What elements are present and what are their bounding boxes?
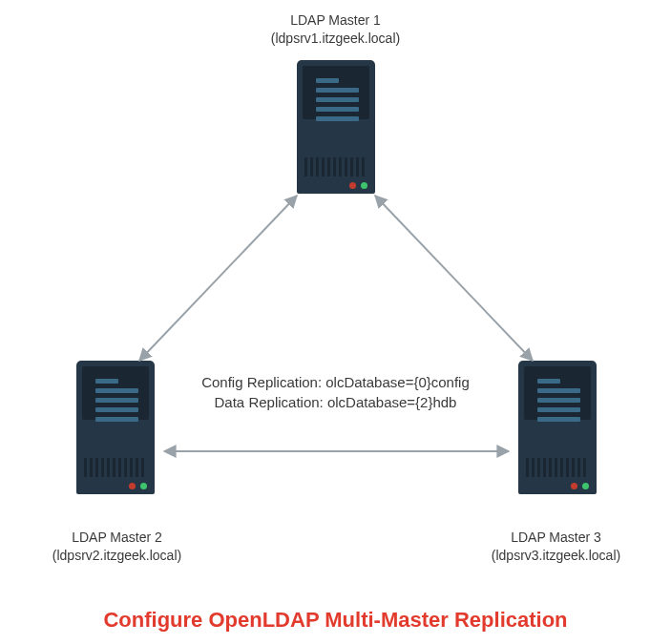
diagram-caption: Configure OpenLDAP Multi-Master Replicat… [0, 608, 671, 633]
svg-line-1 [375, 196, 533, 361]
master2-title: LDAP Master 2 [38, 529, 196, 547]
master2-label: LDAP Master 2 (ldpsrv2.itzgeek.local) [38, 529, 196, 565]
master1-label: LDAP Master 1 (ldpsrv1.itzgeek.local) [0, 11, 671, 48]
master2-host: (ldpsrv2.itzgeek.local) [38, 547, 196, 565]
server-master1 [297, 60, 375, 194]
master1-host: (ldpsrv1.itzgeek.local) [0, 30, 671, 48]
data-replication-line: Data Replication: olcDatabase={2}hdb [0, 392, 671, 412]
config-replication-line: Config Replication: olcDatabase={0}confi… [0, 372, 671, 392]
svg-line-0 [139, 196, 297, 361]
master3-label: LDAP Master 3 (ldpsrv3.itzgeek.local) [477, 529, 635, 565]
replication-config-text: Config Replication: olcDatabase={0}confi… [0, 372, 671, 412]
master1-title: LDAP Master 1 [0, 11, 671, 30]
master3-title: LDAP Master 3 [477, 529, 635, 547]
master3-host: (ldpsrv3.itzgeek.local) [477, 547, 635, 565]
